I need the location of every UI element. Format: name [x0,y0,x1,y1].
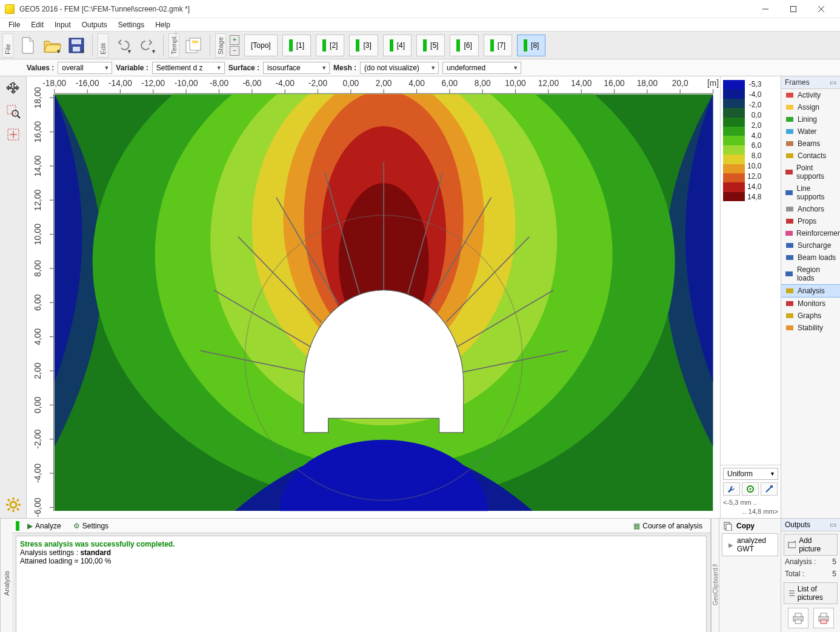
outputs-collapse-icon[interactable]: ▭ [830,521,836,529]
stage-add-button[interactable]: + [230,35,239,45]
frame-item-lining[interactable]: Lining [781,113,840,125]
menu-file[interactable]: File [4,19,25,30]
stage-remove-button[interactable]: − [230,46,239,56]
svg-rect-133 [786,301,793,306]
frame-item-point-supports[interactable]: Point supports [781,162,840,182]
svg-text:+: + [794,541,796,546]
values-select[interactable]: overall▼ [58,62,112,74]
frame-item-label: Stability [798,324,823,332]
surface-select[interactable]: isosurface▼ [263,62,330,74]
analyze-button[interactable]: ▶ Analyze [23,520,65,532]
legend-reset-button[interactable] [761,482,778,496]
frame-item-contacts[interactable]: Contacts [781,150,840,162]
svg-rect-120 [786,117,793,122]
copy-item-analyzed-gwt[interactable]: ▶ analyzed GWT [722,533,778,556]
frame-item-surcharge[interactable]: Surcharge [781,239,840,251]
svg-text:18,00: 18,00 [637,78,658,88]
redo-button[interactable]: ▼ [136,35,158,56]
frame-item-label: Monitors [798,299,825,308]
menu-outputs[interactable]: Outputs [77,19,112,30]
stage-5[interactable]: [5] [416,35,445,56]
frame-icon [785,241,795,250]
frame-item-anchors[interactable]: Anchors [781,203,840,215]
frame-item-reinforcements[interactable]: Reinforcements [781,227,840,239]
analysis-settings-button[interactable]: ⚙ Settings [69,520,113,532]
frame-item-water[interactable]: Water [781,125,840,138]
pan-tool[interactable] [4,79,23,98]
frame-item-label: Graphs [798,311,821,320]
maximize-button[interactable] [779,0,807,18]
legend-target-button[interactable] [742,482,759,496]
menu-help[interactable]: Help [150,19,175,30]
open-file-button[interactable]: ▼ [41,35,63,56]
menu-settings[interactable]: Settings [113,19,149,30]
frame-item-beam-loads[interactable]: Beam loads [781,251,840,264]
menu-input[interactable]: Input [50,19,76,30]
frame-item-props[interactable]: Props [781,215,840,227]
add-picture-button[interactable]: + Add picture [784,534,838,556]
legend-wrench-button[interactable] [723,482,740,496]
list-icon [788,589,795,597]
frame-item-beams[interactable]: Beams [781,138,840,150]
fem-canvas[interactable]: -18,00-16,00-14,00-12,00-10,00-8,00-6,00… [27,76,720,518]
stage-4[interactable]: [4] [383,35,412,56]
course-of-analysis-button[interactable]: ▦ Course of analysis [629,520,707,532]
print-color-button[interactable] [813,608,834,628]
frame-item-activity[interactable]: Activity [781,89,840,101]
svg-rect-8 [190,38,201,50]
app-icon [5,4,15,14]
frame-icon [785,91,795,99]
template-button[interactable] [183,35,205,56]
print-button[interactable] [788,608,808,628]
svg-rect-132 [786,288,793,293]
frame-item-analysis[interactable]: Analysis [781,284,840,298]
stage-7[interactable]: [7] [484,35,512,56]
svg-text:[m]: [m] [707,78,719,88]
frame-item-graphs[interactable]: Graphs [781,310,840,322]
frame-item-line-supports[interactable]: Line supports [781,182,840,203]
mesh-select[interactable]: (do not visualize)▼ [360,62,439,74]
svg-line-20 [17,508,19,510]
frames-collapse-icon[interactable]: ▭ [830,78,836,87]
deform-select[interactable]: undeformed▼ [442,62,521,74]
legend-range-high: .. 14,8 mm> [723,507,778,516]
sidetab-file[interactable]: File [2,33,13,58]
stage-3[interactable]: [3] [349,35,378,56]
stage-8[interactable]: [8] [517,35,545,56]
new-file-button[interactable] [17,35,39,56]
fit-view-tool[interactable] [4,125,23,144]
frame-item-assign[interactable]: Assign [781,101,840,113]
svg-text:-10,00: -10,00 [175,78,198,88]
svg-rect-127 [786,219,793,224]
legend-mode-select[interactable]: Uniform▼ [723,468,778,480]
legend-range-low: <-5,3 mm .. [723,498,778,507]
variable-select[interactable]: Settlement d z▼ [152,62,225,74]
menu-edit[interactable]: Edit [26,19,48,30]
save-file-button[interactable]: ▼ [65,35,87,56]
frame-icon [785,324,795,332]
zoom-area-tool[interactable] [4,102,23,121]
sidetab-edit[interactable]: Edit [98,33,108,58]
stage-6[interactable]: [6] [450,35,478,56]
view-settings-button[interactable] [4,495,23,514]
stage-1[interactable]: [1] [282,35,311,56]
frame-item-region-loads[interactable]: Region loads [781,264,840,284]
svg-text:4,00: 4,00 [33,328,42,345]
svg-text:-8,00: -8,00 [210,78,229,88]
svg-text:10,00: 10,00 [33,224,42,245]
undo-button[interactable]: ▼ [112,35,134,56]
sidetab-stage[interactable]: Stage [215,33,226,58]
stage-2[interactable]: [2] [316,35,344,56]
svg-rect-131 [785,271,793,276]
frame-item-stability[interactable]: Stability [781,322,840,334]
frame-item-monitors[interactable]: Monitors [781,298,840,310]
close-button[interactable] [807,0,835,18]
sidetab-templ[interactable]: Templ... [168,33,179,58]
left-tool-strip [0,76,27,518]
svg-text:20,0: 20,0 [672,78,688,88]
frame-item-label: Analysis [798,287,825,295]
minimize-button[interactable] [752,0,779,18]
label-values: Values : [27,64,54,72]
list-of-pictures-button[interactable]: List of pictures [784,582,838,604]
stage-topo[interactable]: [Topo] [244,35,278,56]
